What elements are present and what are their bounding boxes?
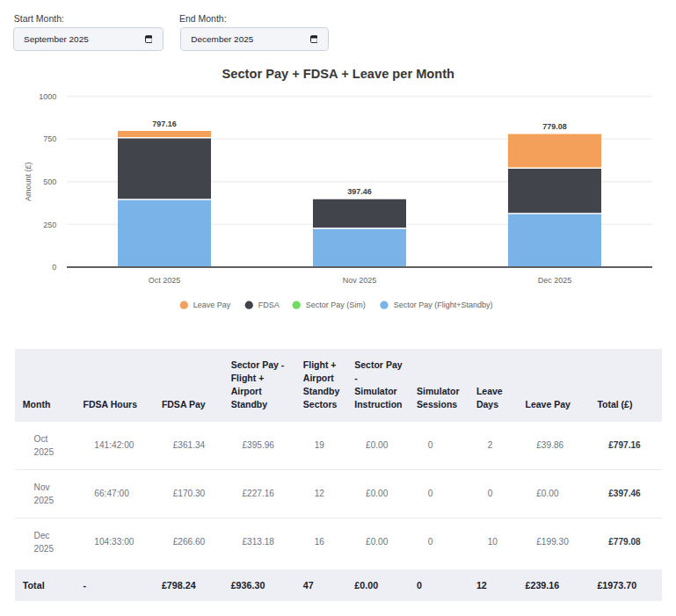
svg-text:Sector Pay (Flight+Standby): Sector Pay (Flight+Standby) bbox=[394, 301, 493, 309]
svg-text:397.46: 397.46 bbox=[347, 187, 372, 196]
svg-text:Nov 2025: Nov 2025 bbox=[343, 276, 377, 285]
svg-text:750: 750 bbox=[43, 134, 56, 143]
svg-text:Dec 2025: Dec 2025 bbox=[538, 276, 572, 285]
svg-text:250: 250 bbox=[43, 221, 56, 229]
svg-text:FDSA: FDSA bbox=[258, 301, 280, 309]
svg-text:797.16: 797.16 bbox=[152, 120, 177, 128]
svg-text:500: 500 bbox=[43, 178, 56, 186]
svg-text:Sector Pay (Sim): Sector Pay (Sim) bbox=[306, 301, 366, 309]
svg-text:Sector Pay + FDSA + Leave per: Sector Pay + FDSA + Leave per Month bbox=[222, 67, 454, 81]
svg-text:779.08: 779.08 bbox=[542, 122, 567, 131]
svg-text:0: 0 bbox=[52, 263, 56, 272]
svg-text:1000: 1000 bbox=[39, 92, 56, 101]
svg-text:Amount (£): Amount (£) bbox=[24, 162, 33, 201]
svg-text:Leave Pay: Leave Pay bbox=[193, 301, 231, 309]
svg-text:Oct 2025: Oct 2025 bbox=[149, 276, 181, 285]
